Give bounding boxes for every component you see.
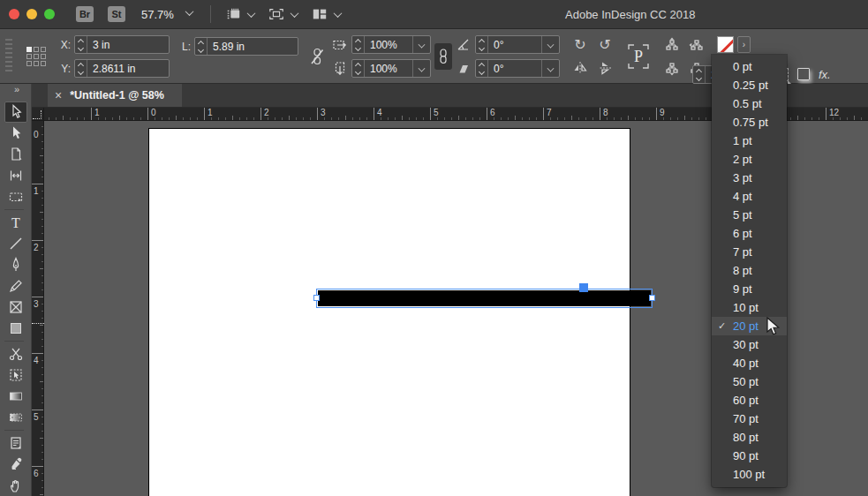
stroke-weight-option-40-pt[interactable]: 40 pt xyxy=(712,354,787,372)
page-tool[interactable] xyxy=(4,144,27,165)
eyedropper-tool[interactable] xyxy=(4,454,27,475)
flip-vertical-button[interactable] xyxy=(597,60,613,76)
stroke-weight-option-100-pt[interactable]: 100 pt xyxy=(712,465,787,484)
scale-x-chevron-icon[interactable] xyxy=(412,36,430,53)
length-stepper[interactable] xyxy=(195,38,208,55)
stroke-weight-option-50-pt[interactable]: 50 pt xyxy=(712,372,787,391)
tools-panel-expand-button[interactable]: » xyxy=(0,84,31,95)
selection-handle-left[interactable] xyxy=(313,295,320,301)
selection-handle-right[interactable] xyxy=(649,295,655,301)
stroke-weight-option-1-pt[interactable]: 1 pt xyxy=(712,132,787,150)
gap-tool[interactable] xyxy=(4,165,27,186)
zoom-level-chevron-icon[interactable] xyxy=(185,7,193,16)
direct-selection-tool[interactable] xyxy=(4,123,27,144)
stroke-weight-option-label: 10 pt xyxy=(733,301,759,314)
stroke-weight-option-9-pt[interactable]: 9 pt xyxy=(712,280,787,298)
stroke-weight-option-3-pt[interactable]: 3 pt xyxy=(712,169,787,187)
stroke-weight-option-90-pt[interactable]: 90 pt xyxy=(712,447,787,465)
rotation-chevron-icon[interactable] xyxy=(541,36,559,53)
rotate-90-ccw-button[interactable]: ↺ xyxy=(599,38,610,52)
arrange-documents-control[interactable] xyxy=(312,6,341,22)
shear-stepper[interactable] xyxy=(476,60,488,77)
stroke-weight-option-2-pt[interactable]: 2 pt xyxy=(712,150,787,169)
stroke-weight-option-6-pt[interactable]: 6 pt xyxy=(712,224,787,243)
length-field[interactable]: 5.89 in xyxy=(194,37,298,56)
stock-button[interactable]: St xyxy=(108,6,125,22)
pencil-tool[interactable] xyxy=(4,275,27,297)
stroke-weight-option-70-pt[interactable]: 70 pt xyxy=(712,410,787,428)
free-transform-tool[interactable] xyxy=(4,364,27,386)
vertical-ruler[interactable]: 0123456 xyxy=(32,121,44,496)
align-up-button[interactable] xyxy=(664,37,680,53)
stroke-weight-option-30-pt[interactable]: 30 pt xyxy=(712,335,787,354)
zoom-level-value[interactable]: 57.7% xyxy=(141,8,174,21)
rotation-angle-field[interactable]: 0° xyxy=(475,35,560,54)
line-tool[interactable] xyxy=(4,233,27,254)
hand-tool[interactable] xyxy=(4,475,27,496)
stroke-weight-option-7-pt[interactable]: 7 pt xyxy=(712,243,787,261)
scale-x-stepper[interactable] xyxy=(352,36,365,53)
document-tab[interactable]: × *Untitled-1 @ 58% xyxy=(48,84,182,107)
scissors-tool[interactable] xyxy=(4,343,27,364)
y-stepper[interactable] xyxy=(75,60,87,77)
stroke-weight-option-0-25-pt[interactable]: 0.25 pt xyxy=(712,76,787,94)
v-ruler-number: 5 xyxy=(34,412,39,422)
x-stepper[interactable] xyxy=(75,36,87,53)
document-page[interactable] xyxy=(148,128,630,496)
effects-button[interactable]: fx. xyxy=(819,68,831,81)
stroke-weight-option-8-pt[interactable]: 8 pt xyxy=(712,261,787,280)
view-options-control[interactable] xyxy=(225,6,254,22)
scale-y-stepper[interactable] xyxy=(352,60,365,77)
screen-mode-control[interactable] xyxy=(268,6,298,22)
fill-flyout-button[interactable]: › xyxy=(737,36,751,53)
x-position-field[interactable]: 3 in xyxy=(74,35,170,54)
reference-point-proxy[interactable] xyxy=(26,47,46,66)
frame-tool[interactable] xyxy=(4,297,27,318)
selection-tool[interactable] xyxy=(4,101,27,123)
pen-tool[interactable] xyxy=(4,254,27,275)
scale-x-field[interactable]: 100% xyxy=(351,35,431,54)
ruler-origin-corner[interactable] xyxy=(32,108,44,121)
constrain-proportions-button[interactable] xyxy=(434,43,452,70)
stroke-weight-option-0-75-pt[interactable]: 0.75 pt xyxy=(712,113,787,132)
close-tab-icon[interactable]: × xyxy=(55,89,62,101)
type-tool[interactable]: T xyxy=(4,212,27,233)
fill-color-swatch[interactable] xyxy=(717,36,734,53)
gradient-swatch-tool[interactable] xyxy=(4,386,27,407)
shear-angle-field[interactable]: 0° xyxy=(475,59,560,78)
arrange-documents-icon xyxy=(312,6,328,22)
close-window-button[interactable] xyxy=(9,9,19,19)
minimize-window-button[interactable] xyxy=(26,9,37,19)
stroke-weight-option-80-pt[interactable]: 80 pt xyxy=(712,428,787,447)
stroke-weight-option-0-pt[interactable]: 0 pt xyxy=(712,57,787,76)
stroke-weight-option-0-5-pt[interactable]: 0.5 pt xyxy=(712,94,787,113)
align-down-button[interactable] xyxy=(664,60,680,76)
content-collector-tool[interactable] xyxy=(4,186,27,207)
y-field-label: Y: xyxy=(58,63,71,75)
zoom-window-button[interactable] xyxy=(44,9,55,19)
panel-grip[interactable] xyxy=(5,39,12,74)
rotation-stepper[interactable] xyxy=(476,36,488,53)
rotate-90-cw-button[interactable]: ↻ xyxy=(574,38,585,52)
rectangle-tool[interactable] xyxy=(4,318,27,339)
unlink-dimensions-icon[interactable] xyxy=(309,49,325,64)
stroke-weight-option-10-pt[interactable]: 10 pt xyxy=(712,298,787,317)
stroke-weight-option-60-pt[interactable]: 60 pt xyxy=(712,391,787,410)
y-position-field[interactable]: 2.8611 in xyxy=(74,59,170,78)
stroke-weight-option-label: 0 pt xyxy=(733,60,752,73)
stroke-weight-option-label: 4 pt xyxy=(733,190,752,203)
align-left-button[interactable] xyxy=(689,37,705,53)
note-tool[interactable] xyxy=(4,432,27,454)
scale-y-chevron-icon[interactable] xyxy=(412,60,430,77)
drop-shadow-button[interactable] xyxy=(797,68,810,80)
shear-chevron-icon[interactable] xyxy=(541,60,559,77)
scale-y-field[interactable]: 100% xyxy=(351,59,431,78)
stroke-weight-stepper[interactable] xyxy=(693,66,706,83)
bridge-button[interactable]: Br xyxy=(76,6,94,22)
gradient-feather-tool[interactable] xyxy=(4,407,27,428)
stroke-weight-option-5-pt[interactable]: 5 pt xyxy=(712,206,787,224)
flip-horizontal-button[interactable] xyxy=(572,60,588,76)
selected-line-object[interactable] xyxy=(318,290,651,306)
stroke-weight-option-4-pt[interactable]: 4 pt xyxy=(712,187,787,206)
selection-handle-endpoint[interactable] xyxy=(579,283,588,292)
